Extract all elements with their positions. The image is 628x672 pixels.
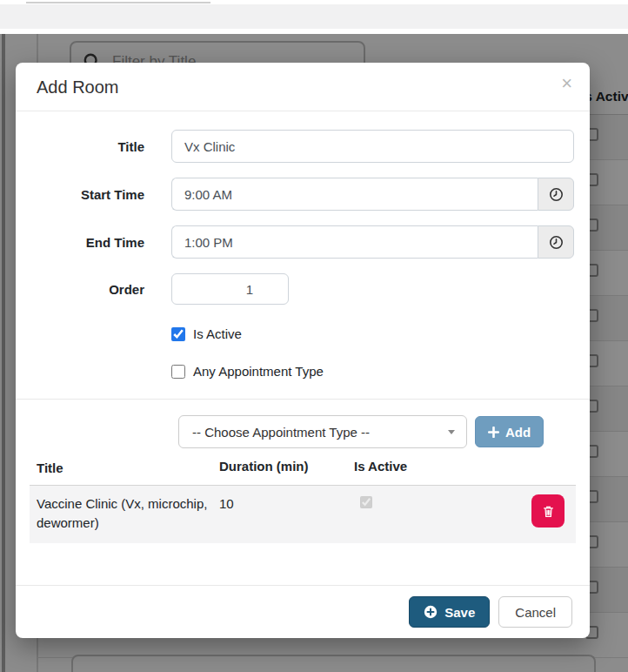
row-is-active-checkbox bbox=[360, 496, 372, 508]
clock-icon bbox=[549, 187, 564, 202]
modal-title: Add Room bbox=[37, 77, 569, 97]
is-active-checkbox[interactable] bbox=[171, 327, 185, 341]
cancel-button[interactable]: Cancel bbox=[498, 596, 572, 628]
save-button[interactable]: Save bbox=[409, 596, 490, 628]
modal-body: Title Start Time bbox=[16, 111, 590, 585]
section-divider bbox=[16, 399, 590, 400]
start-time-input[interactable] bbox=[171, 178, 538, 211]
save-button-label: Save bbox=[444, 605, 475, 620]
appointment-types-table: Title Duration (min) Is Active Vaccine C… bbox=[30, 459, 576, 543]
delete-row-button[interactable] bbox=[531, 494, 565, 528]
screen: Filter by Title... Is Active Add Room × … bbox=[0, 0, 628, 672]
title-input[interactable] bbox=[171, 130, 574, 163]
close-icon[interactable]: × bbox=[561, 74, 572, 93]
order-label: Order bbox=[30, 282, 171, 297]
add-button-label: Add bbox=[505, 425, 531, 440]
appointment-types-table-header: Title Duration (min) Is Active bbox=[30, 459, 576, 486]
end-time-clock-button[interactable] bbox=[538, 225, 574, 259]
any-appointment-type-checkbox[interactable] bbox=[171, 365, 185, 379]
modal-header: Add Room × bbox=[16, 63, 590, 111]
row-duration: 10 bbox=[212, 494, 347, 511]
top-chrome-band bbox=[0, 4, 628, 29]
appointment-type-picker-row: -- Choose Appointment Type -- Add bbox=[178, 415, 576, 448]
row-title: Vaccine Clinic (Vx, microchip, dewormer) bbox=[30, 494, 212, 533]
modal-footer: Save Cancel bbox=[16, 585, 590, 638]
plus-circle-icon bbox=[424, 605, 438, 619]
any-appointment-type-checkbox-label: Any Appointment Type bbox=[193, 364, 324, 379]
plus-icon bbox=[488, 427, 499, 438]
is-active-checkbox-row: Is Active bbox=[171, 326, 576, 341]
any-appointment-type-checkbox-row: Any Appointment Type bbox=[171, 364, 576, 379]
order-input[interactable] bbox=[171, 273, 289, 305]
add-appointment-type-button[interactable]: Add bbox=[475, 416, 544, 447]
title-field-row: Title bbox=[30, 130, 576, 163]
start-time-clock-button[interactable] bbox=[538, 178, 574, 211]
is-active-checkbox-label: Is Active bbox=[193, 326, 242, 341]
top-chrome-line bbox=[26, 2, 210, 3]
add-room-modal: Add Room × Title Start Time bbox=[16, 63, 590, 638]
start-time-field-row: Start Time bbox=[30, 178, 576, 211]
trash-icon bbox=[542, 505, 555, 518]
table-row: Vaccine Clinic (Vx, microchip, dewormer)… bbox=[30, 486, 576, 543]
end-time-field-row: End Time bbox=[30, 225, 576, 259]
end-time-input[interactable] bbox=[171, 225, 538, 259]
col-header-title: Title bbox=[30, 459, 212, 478]
clock-icon bbox=[549, 235, 564, 250]
end-time-label: End Time bbox=[30, 235, 171, 250]
appointment-type-select[interactable]: -- Choose Appointment Type -- bbox=[178, 415, 467, 448]
title-label: Title bbox=[30, 139, 171, 154]
col-header-is-active: Is Active bbox=[347, 459, 499, 478]
col-header-duration: Duration (min) bbox=[212, 459, 347, 478]
order-field-row: Order bbox=[30, 273, 576, 305]
start-time-label: Start Time bbox=[30, 187, 171, 202]
